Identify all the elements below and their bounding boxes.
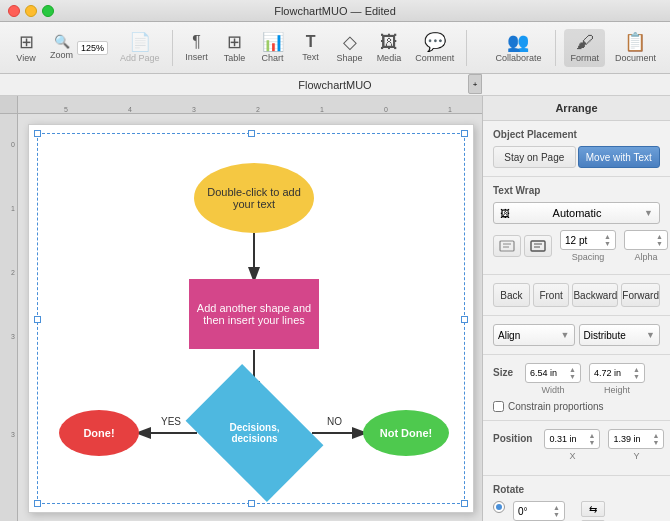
width-spinner[interactable]: ▲ ▼ bbox=[569, 366, 576, 380]
handle-lm[interactable] bbox=[34, 316, 41, 323]
document-icon: 📋 bbox=[624, 33, 646, 51]
x-field[interactable]: 0.31 in ▲ ▼ bbox=[544, 429, 600, 449]
view-button[interactable]: ⊞ View bbox=[8, 29, 44, 67]
y-up-arrow[interactable]: ▲ bbox=[653, 432, 660, 439]
shape-rect-middle-text: Add another shape and then insert your l… bbox=[195, 302, 313, 326]
angle-down-arrow[interactable]: ▼ bbox=[553, 511, 560, 518]
rotate-angle-group bbox=[493, 501, 505, 517]
handle-rm[interactable] bbox=[461, 316, 468, 323]
align-select[interactable]: Align ▼ bbox=[493, 324, 575, 346]
shape-button[interactable]: ◇ Shape bbox=[331, 29, 369, 67]
handle-tm[interactable] bbox=[248, 130, 255, 137]
height-up-arrow[interactable]: ▲ bbox=[633, 366, 640, 373]
maximize-button[interactable] bbox=[42, 5, 54, 17]
position-row: Position 0.31 in ▲ ▼ X 1.39 in bbox=[493, 429, 660, 461]
text-fit-button-2[interactable] bbox=[524, 235, 552, 257]
rotate-title: Rotate bbox=[493, 484, 660, 495]
shape-oval-left[interactable]: Done! bbox=[59, 410, 139, 456]
text-button[interactable]: T Text bbox=[293, 30, 329, 66]
handle-tl[interactable] bbox=[34, 130, 41, 137]
comment-button[interactable]: 💬 Comment bbox=[409, 29, 460, 67]
canvas-area[interactable]: 5 4 3 2 1 0 1 0 1 2 3 3 bbox=[0, 96, 482, 521]
shape-oval-top[interactable]: Double-click to add your text bbox=[194, 163, 314, 233]
shape-oval-right[interactable]: Not Done! bbox=[363, 410, 449, 456]
insert-button[interactable]: ¶ Insert bbox=[179, 30, 215, 66]
constrain-checkbox[interactable] bbox=[493, 401, 504, 412]
alpha-spinner[interactable]: ▲ ▼ bbox=[656, 233, 663, 247]
doc-title: FlowchartMUO bbox=[298, 79, 371, 91]
spacing-field[interactable]: 12 pt ▲ ▼ bbox=[560, 230, 616, 250]
constrain-row: Constrain proportions bbox=[493, 401, 660, 412]
handle-br[interactable] bbox=[461, 500, 468, 507]
position-section: Position 0.31 in ▲ ▼ X 1.39 in bbox=[483, 421, 670, 476]
collaborate-label: Collaborate bbox=[495, 53, 541, 63]
x-spinner[interactable]: ▲ ▼ bbox=[589, 432, 596, 446]
text-fit-button-1[interactable] bbox=[493, 235, 521, 257]
collaborate-button[interactable]: 👥 Collaborate bbox=[489, 29, 547, 67]
move-with-text-button[interactable]: Move with Text bbox=[578, 146, 661, 168]
stay-on-page-button[interactable]: Stay on Page bbox=[493, 146, 576, 168]
height-down-arrow[interactable]: ▼ bbox=[633, 373, 640, 380]
add-page-button[interactable]: 📄 Add Page bbox=[114, 29, 166, 67]
document-button[interactable]: 📋 Document bbox=[609, 29, 662, 67]
flip-horizontal-button[interactable]: ⇆ bbox=[581, 501, 605, 517]
x-down-arrow[interactable]: ▼ bbox=[589, 439, 596, 446]
shape-diamond[interactable]: Decisions, decisions bbox=[197, 393, 312, 473]
back-button[interactable]: Back bbox=[493, 283, 530, 307]
canvas-page[interactable]: YES NO Double-click to add your text Add… bbox=[28, 124, 474, 513]
width-field[interactable]: 6.54 in ▲ ▼ bbox=[525, 363, 581, 383]
height-value: 4.72 in bbox=[594, 368, 621, 378]
alpha-down-arrow[interactable]: ▼ bbox=[656, 240, 663, 247]
forward-button[interactable]: Forward bbox=[621, 283, 660, 307]
constrain-label: Constrain proportions bbox=[508, 401, 604, 412]
y-spinner[interactable]: ▲ ▼ bbox=[653, 432, 660, 446]
table-button[interactable]: ⊞ Table bbox=[217, 29, 253, 67]
spacing-label: Spacing bbox=[572, 252, 605, 262]
zoom-control[interactable]: 🔍 Zoom 125% bbox=[46, 35, 112, 60]
media-button[interactable]: 🖼 Media bbox=[371, 29, 408, 67]
handle-bm[interactable] bbox=[248, 500, 255, 507]
minimize-button[interactable] bbox=[25, 5, 37, 17]
close-button[interactable] bbox=[8, 5, 20, 17]
text-wrap-select[interactable]: 🖼 Automatic ▼ bbox=[493, 202, 660, 224]
chart-button[interactable]: 📊 Chart bbox=[255, 29, 291, 67]
ruler-top: 5 4 3 2 1 0 1 bbox=[18, 96, 482, 114]
spacing-up-arrow[interactable]: ▲ bbox=[604, 233, 611, 240]
media-label: Media bbox=[377, 53, 402, 63]
width-down-arrow[interactable]: ▼ bbox=[569, 373, 576, 380]
traffic-lights bbox=[8, 5, 54, 17]
ruler-ltick-1: 1 bbox=[11, 205, 15, 212]
align-row: Align ▼ Distribute ▼ bbox=[493, 324, 660, 346]
height-spinner[interactable]: ▲ ▼ bbox=[633, 366, 640, 380]
angle-spinner[interactable]: ▲ ▼ bbox=[553, 504, 560, 518]
ruler-ltick-2: 2 bbox=[11, 269, 15, 276]
rotate-radio[interactable] bbox=[493, 501, 505, 513]
x-value: 0.31 in bbox=[549, 434, 576, 444]
y-field[interactable]: 1.39 in ▲ ▼ bbox=[608, 429, 664, 449]
x-up-arrow[interactable]: ▲ bbox=[589, 432, 596, 439]
angle-field[interactable]: 0° ▲ ▼ bbox=[513, 501, 565, 521]
handle-bl[interactable] bbox=[34, 500, 41, 507]
size-title: Size bbox=[493, 363, 513, 383]
front-button[interactable]: Front bbox=[533, 283, 570, 307]
alpha-field[interactable]: ▲ ▼ bbox=[624, 230, 668, 250]
distribute-select[interactable]: Distribute ▼ bbox=[579, 324, 661, 346]
format-button[interactable]: 🖌 Format bbox=[564, 29, 605, 67]
y-value: 1.39 in bbox=[613, 434, 640, 444]
panel-expand-button[interactable]: + bbox=[468, 74, 482, 94]
handle-tr[interactable] bbox=[461, 130, 468, 137]
spacing-spinner[interactable]: ▲ ▼ bbox=[604, 233, 611, 247]
shape-rect-middle[interactable]: Add another shape and then insert your l… bbox=[189, 279, 319, 349]
align-chevron-icon: ▼ bbox=[561, 330, 570, 340]
height-field[interactable]: 4.72 in ▲ ▼ bbox=[589, 363, 645, 383]
shape-label: Shape bbox=[337, 53, 363, 63]
width-up-arrow[interactable]: ▲ bbox=[569, 366, 576, 373]
alpha-up-arrow[interactable]: ▲ bbox=[656, 233, 663, 240]
zoom-label: Zoom bbox=[50, 50, 73, 60]
y-down-arrow[interactable]: ▼ bbox=[653, 439, 660, 446]
backward-button[interactable]: Backward bbox=[572, 283, 618, 307]
spacing-down-arrow[interactable]: ▼ bbox=[604, 240, 611, 247]
add-page-label: Add Page bbox=[120, 53, 160, 63]
angle-up-arrow[interactable]: ▲ bbox=[553, 504, 560, 511]
zoom-value[interactable]: 125% bbox=[77, 41, 108, 55]
